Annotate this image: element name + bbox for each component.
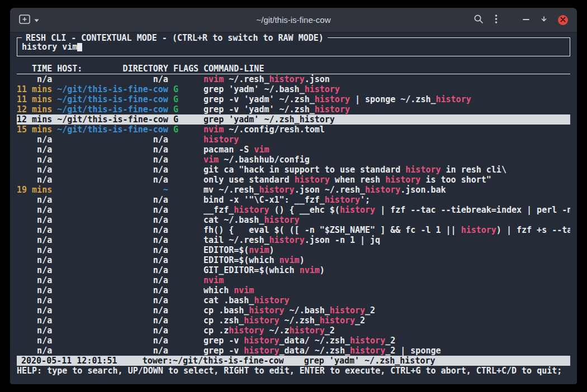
- flags-cell: G: [173, 84, 198, 94]
- command-match-text: history: [244, 346, 279, 356]
- command-cell: grep 'yadm' ~/.bash_history: [203, 84, 570, 94]
- command-text: tail ~/.resh_: [203, 235, 269, 245]
- command-text: _2: [385, 336, 395, 346]
- history-row[interactable]: 11 mins~/git/this-is-fine-cowGgrep 'yadm…: [17, 84, 570, 94]
- command-text: grep 'yadm' ~/.bash_: [203, 84, 305, 94]
- history-row[interactable]: 11 mins~/git/this-is-fine-cowGgrep -v 'y…: [17, 94, 570, 104]
- time-cell: n/a: [17, 305, 52, 315]
- directory-cell: n/a: [57, 265, 168, 275]
- restore-button[interactable]: [540, 15, 548, 25]
- directory-cell: ~/git/this-is-fine-cow: [57, 84, 168, 94]
- header-directory: DIRECTORY: [123, 64, 168, 74]
- command-match-text: vim: [254, 145, 269, 155]
- history-row[interactable]: n/an/agit ca "hack in support to use sta…: [17, 165, 570, 175]
- command-match-text: history: [259, 185, 294, 195]
- history-row[interactable]: n/an/acat .bash_history: [17, 295, 570, 305]
- command-match-text: history: [244, 336, 279, 346]
- history-row[interactable]: 12 mins~/git/this-is-fine-cowGgrep -v 'y…: [17, 104, 570, 114]
- command-match-text: nvim: [203, 125, 224, 135]
- close-button[interactable]: [558, 15, 568, 25]
- command-cell: git ca "hack in support to use standard …: [203, 165, 570, 175]
- history-row[interactable]: n/an/anvim: [17, 275, 570, 285]
- history-row[interactable]: n/an/avim ~/.bashhub/config: [17, 155, 570, 165]
- terminal-bottom-spacer: [17, 376, 570, 384]
- time-cell: n/a: [17, 165, 52, 175]
- history-row[interactable]: n/an/afh() { eval $( ([ -n "$ZSH_NAME" ]…: [17, 225, 570, 235]
- command-text: cat .bash_: [203, 295, 254, 305]
- command-match-text: history: [385, 175, 420, 185]
- command-match-text: history: [305, 84, 340, 94]
- history-row[interactable]: 15 mins~/git/this-is-fine-cowGnvim ~/.co…: [17, 125, 570, 135]
- command-match-text: nvim: [203, 74, 224, 84]
- time-cell: n/a: [17, 195, 52, 205]
- command-match-text: history: [340, 205, 375, 215]
- command-text: _2: [325, 326, 335, 336]
- command-match-text: history: [269, 235, 304, 245]
- history-row[interactable]: n/an/anvim ~/.resh_history.json: [17, 74, 570, 84]
- history-row[interactable]: n/an/awhich nvim: [17, 285, 570, 295]
- history-row[interactable]: n/an/aEDITOR=$(which nvim): [17, 255, 570, 265]
- history-row[interactable]: n/an/aGIT_EDITOR=$(which nvim): [17, 265, 570, 275]
- command-match-text: history: [269, 74, 304, 84]
- command-cell: EDITOR=$(which nvim): [203, 255, 570, 265]
- history-row[interactable]: n/an/acp .zhistory ~/.zhistory_2: [17, 326, 570, 336]
- new-tab-button[interactable]: [19, 15, 30, 26]
- history-row[interactable]: n/an/acat ~/.bash_history: [17, 215, 570, 225]
- history-row[interactable]: 12 mins~/git/this-is-fine-cowGgrep 'yadm…: [17, 114, 570, 125]
- command-text: ';: [360, 195, 370, 205]
- search-box[interactable]: RESH CLI - CONTEXTUAL MODE - (CTRL+R to …: [17, 37, 570, 56]
- tab-controls: [19, 15, 39, 26]
- history-rows: n/an/anvim ~/.resh_history.json11 mins~/…: [17, 74, 570, 356]
- command-text: EDITOR=$(: [203, 245, 249, 255]
- command-cell: grep -v history_data/ ~/.zsh_history_2: [203, 336, 570, 346]
- command-cell: nvim: [203, 275, 570, 285]
- command-text: _data/ ~/.zsh_: [280, 336, 350, 346]
- history-row[interactable]: n/an/abind -x '"\C-x1": __fzf_history';: [17, 195, 570, 205]
- tab-menu-button[interactable]: [34, 16, 39, 24]
- time-cell: n/a: [17, 275, 52, 285]
- history-row[interactable]: n/an/acp .zsh_history ~/.zsh_history_2: [17, 315, 570, 326]
- command-cell: fh() { eval $( ([ -n "$ZSH_NAME" ] && fc…: [203, 225, 570, 235]
- command-text: cp .zsh_: [203, 315, 244, 326]
- search-query-input[interactable]: history vim: [22, 42, 566, 52]
- directory-cell: ~/git/this-is-fine-cow: [57, 94, 168, 104]
- command-match-text: nvim: [280, 255, 300, 265]
- command-cell: pacman -S vim: [203, 145, 570, 155]
- history-row[interactable]: n/an/a__fzf_history () { __ehc $(history…: [17, 205, 570, 215]
- command-text: .json.bak: [400, 185, 446, 195]
- command-match-text: history: [325, 195, 360, 205]
- directory-cell: n/a: [57, 74, 168, 84]
- history-row[interactable]: n/an/agrep -v history_data/ ~/.zsh_histo…: [17, 346, 570, 356]
- time-cell: n/a: [17, 135, 52, 145]
- history-row[interactable]: 19 mins~mv ~/.resh_history.json ~/.resh_…: [17, 185, 570, 195]
- history-row[interactable]: n/an/apacman -S vim: [17, 145, 570, 155]
- status-command: grep 'yadm' ~/.zsh_history: [304, 356, 435, 366]
- command-text: cp .bash_: [203, 305, 249, 315]
- command-match-text: history: [254, 295, 289, 305]
- command-match-text: history: [405, 165, 441, 175]
- command-text: EDITOR=$(which: [203, 255, 279, 265]
- minimize-icon: [522, 15, 530, 25]
- history-row[interactable]: n/an/aonly use standard history when res…: [17, 175, 570, 185]
- history-row[interactable]: n/an/agrep -v history_data/ ~/.zsh_histo…: [17, 336, 570, 346]
- history-row[interactable]: n/an/acp .bash_history ~/.bash_history_2: [17, 305, 570, 315]
- command-match-text: history: [229, 326, 264, 336]
- directory-cell: n/a: [57, 195, 168, 205]
- time-cell: n/a: [17, 265, 52, 275]
- terminal[interactable]: RESH CLI - CONTEXTUAL MODE - (CTRL+R to …: [10, 32, 577, 384]
- minimize-button[interactable]: [522, 15, 530, 25]
- time-cell: n/a: [17, 74, 52, 84]
- status-timestamp: 2020-05-11 12:01:51: [21, 356, 117, 366]
- menu-button[interactable]: [495, 14, 498, 26]
- history-row[interactable]: n/an/aEDITOR=$(nvim): [17, 245, 570, 255]
- command-text: cp .z: [203, 326, 229, 336]
- time-cell: 11 mins: [17, 84, 52, 94]
- command-cell: grep -v 'yadm' ~/.zsh_history | sponge ~…: [203, 94, 570, 104]
- search-button[interactable]: [474, 14, 484, 26]
- history-row[interactable]: n/an/atail ~/.resh_history.json -n 1 | j…: [17, 235, 570, 245]
- command-match-text: history: [234, 205, 269, 215]
- kebab-menu-icon: [495, 14, 498, 26]
- time-cell: n/a: [17, 175, 52, 185]
- command-text: only use standard: [203, 175, 295, 185]
- history-row[interactable]: n/an/ahistory: [17, 135, 570, 145]
